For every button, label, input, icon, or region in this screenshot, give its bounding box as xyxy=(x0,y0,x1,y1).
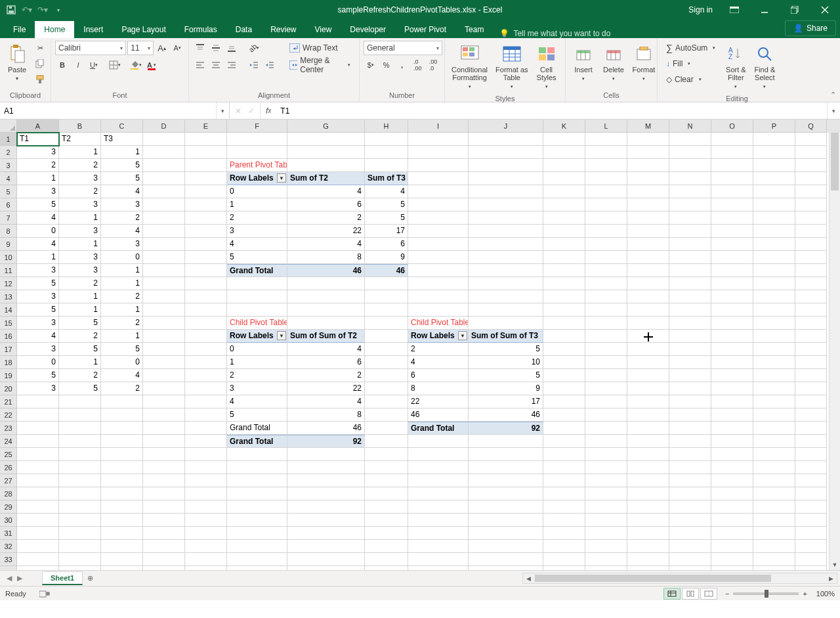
cell[interactable] xyxy=(585,553,627,566)
cell[interactable] xyxy=(143,330,185,343)
row-header[interactable]: 7 xyxy=(0,211,17,225)
cell[interactable] xyxy=(795,133,827,146)
column-header[interactable]: N xyxy=(669,120,711,133)
cell[interactable] xyxy=(585,225,627,238)
undo-icon[interactable]: ↶▾ xyxy=(21,4,33,16)
cell[interactable] xyxy=(469,566,543,570)
cell[interactable]: 0 xyxy=(227,343,287,356)
column-header[interactable]: H xyxy=(365,120,408,133)
cell[interactable] xyxy=(627,159,669,172)
cell[interactable] xyxy=(543,540,585,553)
cell[interactable] xyxy=(627,198,669,211)
cell[interactable] xyxy=(408,225,469,238)
cell-styles-button[interactable]: Cell Styles▾ xyxy=(534,41,560,93)
cell[interactable]: 5 xyxy=(227,251,287,264)
cell[interactable] xyxy=(143,303,185,317)
cell[interactable] xyxy=(469,211,543,225)
cell[interactable]: 92 xyxy=(469,422,543,435)
cell[interactable] xyxy=(711,356,753,369)
cell[interactable] xyxy=(585,277,627,290)
cell[interactable] xyxy=(469,159,543,172)
cell[interactable]: 4 xyxy=(287,185,365,198)
cell[interactable] xyxy=(143,435,185,448)
cell[interactable] xyxy=(711,461,753,474)
redo-icon[interactable]: ↷▾ xyxy=(37,4,49,16)
cell[interactable] xyxy=(711,211,753,225)
cell[interactable] xyxy=(17,435,59,448)
cell[interactable]: 17 xyxy=(365,225,408,238)
cell[interactable] xyxy=(627,500,669,514)
cell[interactable] xyxy=(365,474,408,487)
cell[interactable] xyxy=(143,185,185,198)
column-header[interactable]: I xyxy=(408,120,469,133)
cell[interactable] xyxy=(585,369,627,382)
cell[interactable] xyxy=(585,500,627,514)
cell[interactable] xyxy=(287,566,365,570)
cell[interactable] xyxy=(669,448,711,461)
cell[interactable] xyxy=(143,474,185,487)
row-header[interactable]: 33 xyxy=(0,553,17,566)
cell[interactable] xyxy=(59,461,101,474)
cell[interactable]: Grand Total xyxy=(227,435,287,448)
cell[interactable] xyxy=(185,277,227,290)
font-size-combo[interactable]: 11▾ xyxy=(127,41,153,55)
cell[interactable]: 4 xyxy=(227,395,287,408)
cell[interactable] xyxy=(101,474,143,487)
new-sheet-button[interactable]: ⊕ xyxy=(83,571,97,586)
cell[interactable]: 0 xyxy=(101,251,143,264)
cell[interactable] xyxy=(585,185,627,198)
cell[interactable]: 4 xyxy=(287,238,365,251)
cell[interactable] xyxy=(287,487,365,500)
worksheet-grid[interactable]: ABCDEFGHIJKLMNOPQ 1234567891011121314151… xyxy=(0,120,840,570)
cell[interactable] xyxy=(543,225,585,238)
conditional-formatting-button[interactable]: Conditional Formatting▾ xyxy=(449,41,490,93)
cell[interactable] xyxy=(795,527,827,540)
cell[interactable] xyxy=(408,198,469,211)
cell[interactable]: 8 xyxy=(287,408,365,422)
cell[interactable]: 5 xyxy=(365,211,408,225)
cell[interactable] xyxy=(753,225,795,238)
tab-data[interactable]: Data xyxy=(226,21,261,38)
cell[interactable] xyxy=(669,422,711,435)
cell[interactable]: T3 xyxy=(101,133,143,146)
cell[interactable] xyxy=(711,566,753,570)
cell[interactable] xyxy=(365,527,408,540)
cell[interactable]: 3 xyxy=(59,264,101,277)
cell[interactable] xyxy=(185,422,227,435)
cell[interactable] xyxy=(17,395,59,408)
cell[interactable] xyxy=(711,474,753,487)
cell[interactable] xyxy=(711,146,753,159)
delete-cells-button[interactable]: Delete▾ xyxy=(600,41,627,85)
cell[interactable] xyxy=(753,198,795,211)
cell[interactable]: 3 xyxy=(17,264,59,277)
cell[interactable] xyxy=(543,290,585,303)
cell[interactable] xyxy=(365,395,408,408)
cell[interactable] xyxy=(795,395,827,408)
cell[interactable] xyxy=(185,172,227,185)
cell[interactable]: 46 xyxy=(287,422,365,435)
cell[interactable]: 6 xyxy=(365,238,408,251)
cell[interactable] xyxy=(711,514,753,527)
cell[interactable] xyxy=(795,172,827,185)
save-icon[interactable] xyxy=(5,4,17,16)
column-header[interactable]: F xyxy=(227,120,287,133)
share-button[interactable]: 👤 Share xyxy=(785,20,836,36)
cell[interactable] xyxy=(185,487,227,500)
cell[interactable] xyxy=(17,474,59,487)
cell[interactable] xyxy=(185,553,227,566)
vertical-scrollbar[interactable]: ▲ ▼ xyxy=(829,120,840,570)
column-header[interactable]: O xyxy=(711,120,753,133)
cell[interactable] xyxy=(185,448,227,461)
cell[interactable] xyxy=(469,264,543,277)
cell[interactable] xyxy=(469,277,543,290)
align-bottom-button[interactable] xyxy=(224,41,239,55)
cell[interactable] xyxy=(17,500,59,514)
cell[interactable] xyxy=(711,133,753,146)
cell[interactable]: 3 xyxy=(59,198,101,211)
cell[interactable] xyxy=(711,553,753,566)
cell[interactable] xyxy=(711,290,753,303)
cell[interactable] xyxy=(669,343,711,356)
italic-button[interactable]: I xyxy=(71,58,85,72)
row-header[interactable]: 21 xyxy=(0,395,17,408)
cell[interactable]: T2 xyxy=(59,133,101,146)
